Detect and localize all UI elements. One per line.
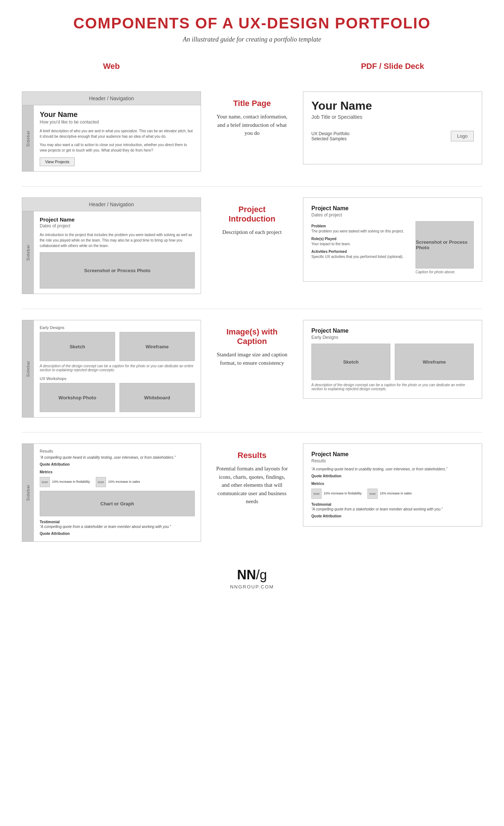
project-intro-sidebar-label: Sidebar [26,244,30,261]
pdf-column-label: PDF / Slide Deck [303,62,482,71]
images-web-body: Sidebar Early Designs Sketch Wireframe A… [22,320,201,417]
ux-workshops-label: UX Workshops [40,376,195,381]
intro-name: Your Name [40,110,195,119]
pdf-metrics-row: Icon 10% increase in findability Icon 15… [311,489,474,499]
pdf-role-text: Your impact to the team. [311,242,410,247]
nng-logo: NN/g [22,567,482,583]
workshop-photo-web: Workshop Photo [40,383,115,412]
pdf-project-text: Problem The problem you were tasked with… [311,221,410,274]
metric2-web: Icon 15% increase in sales [96,477,140,487]
results-pdf-panel: Project Name Results “A compelling quote… [303,443,482,526]
results-quote-web: “A compelling quote heard in usability t… [40,455,195,459]
pdf-activities-text: Specific UX activities that you performe… [311,254,410,259]
project-dates-web: Dates of project [40,223,195,228]
section-intro: Header / Navigation Sidebar Your Name Ho… [22,91,482,172]
pdf-problem-label: Problem [311,224,410,228]
project-intro-sidebar: Sidebar [22,211,34,294]
pdf-project-photo-col: Screenshot or Process Photo Caption for … [416,221,474,274]
pdf-metric2-text: 15% increase in sales [380,492,412,496]
intro-web-header: Header / Navigation [22,92,201,105]
pdf-metric1: Icon 10% increase in findability [311,489,362,499]
results-middle-desc: Potential formats and layouts for icons,… [216,465,288,506]
intro-web-mockup: Header / Navigation Sidebar Your Name Ho… [22,91,201,172]
whiteboard-image-web: Whiteboard [119,383,195,412]
project-body-web: An introduction to the project that incl… [40,232,195,248]
project-intro-web-body: Sidebar Project Name Dates of project An… [22,211,201,294]
results-section-label: Results [40,449,195,453]
project-intro-middle-desc: Description of each project [216,228,288,236]
intro-body2: You may also want a call to action to cl… [40,142,195,153]
metric2-text-web: 15% increase in sales [108,480,140,484]
results-pdf-mockup: Project Name Results “A compelling quote… [303,443,482,526]
results-web-content: Results “A compelling quote heard in usa… [34,444,201,541]
intro-middle: Title Page Your name, contact informatio… [216,91,288,137]
pdf-metrics-label: Metrics [311,482,474,486]
project-screenshot-web: Screenshot or Process Photo [40,252,195,289]
pdf-images-caption: A description of the design concept can … [311,383,474,391]
metrics-label-web: Metrics [40,470,195,474]
project-intro-web-header: Header / Navigation [22,198,201,211]
page-wrapper: COMPONENTS OF A UX-DESIGN PORTFOLIO An i… [0,0,504,611]
column-headers: Web PDF / Slide Deck [22,62,482,77]
pdf-activities-label: Activities Performed [311,250,410,254]
divider-2 [22,309,482,309]
workshop-images: Workshop Photo Whiteboard [40,383,195,412]
pdf-metric2: Icon 15% increase in sales [367,489,412,499]
testimonial-attr-web: Quote Attribution [40,532,195,536]
pdf-portfolio-sublabel: Selected Samples [311,136,350,141]
images-caption-web: A description of the design concept can … [40,364,195,372]
results-quote-attr-web: Quote Attribution [40,462,195,466]
section-project-intro: Header / Navigation Sidebar Project Name… [22,197,482,294]
images-middle: Image(s) with Caption Standard image siz… [216,320,288,367]
results-web-body: Sidebar Results “A compelling quote hear… [22,444,201,541]
project-intro-pdf-panel: Project Name Dates of project Problem Th… [303,197,482,282]
pdf-portfolio-info: UX Design Portfolio Selected Samples [311,131,350,141]
metric1-icon-web: Icon [40,477,50,487]
pdf-project-name: Project Name [311,205,474,212]
pdf-metric1-text: 10% increase in findability [324,492,362,496]
intro-middle-label: Title Page [216,99,288,108]
project-intro-web-mockup: Header / Navigation Sidebar Project Name… [22,197,201,294]
intro-sidebar-label: Sidebar [26,130,30,146]
results-middle: Results Potential formats and layouts fo… [216,443,288,506]
intro-body1: A brief description of who you are and i… [40,128,195,139]
intro-contact: How you'd like to be contacted [40,120,195,125]
results-sidebar: Sidebar [22,444,34,541]
section-images: Sidebar Early Designs Sketch Wireframe A… [22,320,482,418]
metric2-icon-web: Icon [96,477,106,487]
pdf-quote-attr: Quote Attribution [311,474,474,478]
images-middle-label: Image(s) with Caption [216,327,288,346]
project-intro-web-content: Project Name Dates of project An introdu… [34,211,201,294]
pdf-results-quote: “A compelling quote heard in usability t… [311,467,474,471]
images-sidebar: Sidebar [22,320,34,417]
view-projects-button[interactable]: View Projects [40,157,75,166]
pdf-role-label: Role(s) Played [311,237,410,241]
pdf-testimonial-attr: Quote Attribution [311,514,474,518]
col-web-header: Web [22,62,201,77]
pdf-results-project-name: Project Name [311,451,474,458]
col-pdf-header: PDF / Slide Deck [303,62,482,77]
images-web-mockup: Sidebar Early Designs Sketch Wireframe A… [22,320,201,418]
pdf-testimonial-quote: “A compelling quote from a stakeholder o… [311,507,474,511]
project-intro-web-panel: Header / Navigation Sidebar Project Name… [22,197,201,294]
images-web-panel: Sidebar Early Designs Sketch Wireframe A… [22,320,201,418]
pdf-problem-text: The problem you were tasked with solving… [311,229,410,234]
images-pdf-panel: Project Name Early Designs Sketch Wirefr… [303,320,482,399]
col-middle-spacer [216,62,288,77]
metric1-text-web: 10% increase in findability [52,480,90,484]
metric1-web: Icon 10% increase in findability [40,477,90,487]
nng-g: g [260,567,267,582]
pdf-results-label: Results [311,458,474,463]
footer: NN/g NNGROUP.COM [22,560,482,590]
pdf-sketch-image: Sketch [311,344,390,380]
pdf-photo-caption: Caption for photo above. [416,270,474,274]
project-intro-pdf-mockup: Project Name Dates of project Problem Th… [303,197,482,282]
testimonial-quote-web: “A compelling quote from a stakeholder o… [40,525,195,529]
early-designs-images: Sketch Wireframe [40,332,195,361]
pdf-wireframe-image: Wireframe [395,344,474,380]
project-name-web: Project Name [40,216,195,223]
intro-web-content: Your Name How you'd like to be contacted… [34,105,201,171]
pdf-images-project-name: Project Name [311,328,474,334]
sketch-image-web: Sketch [40,332,115,361]
page-title: COMPONENTS OF A UX-DESIGN PORTFOLIO [22,15,482,32]
